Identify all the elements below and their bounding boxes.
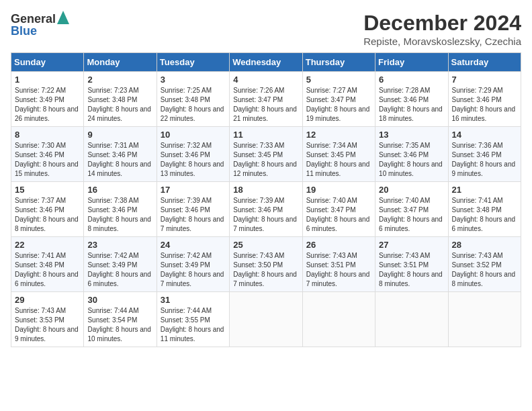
day-number: 16 <box>87 185 152 195</box>
day-number: 14 <box>452 130 517 140</box>
cell-content: Sunrise: 7:35 AM Sunset: 3:46 PM Dayligh… <box>379 141 444 179</box>
cell-content: Sunrise: 7:43 AM Sunset: 3:52 PM Dayligh… <box>452 251 517 289</box>
day-number: 18 <box>233 185 298 195</box>
cell-content: Sunrise: 7:26 AM Sunset: 3:47 PM Dayligh… <box>233 86 298 124</box>
calendar-cell <box>230 292 302 347</box>
cell-content: Sunrise: 7:39 AM Sunset: 3:46 PM Dayligh… <box>161 196 226 234</box>
cell-content: Sunrise: 7:23 AM Sunset: 3:48 PM Dayligh… <box>87 86 152 124</box>
day-number: 9 <box>87 130 152 140</box>
day-number: 10 <box>161 130 226 140</box>
column-header-friday: Friday <box>375 53 448 72</box>
logo: General Blue <box>11 11 69 38</box>
calendar-cell: 19 Sunrise: 7:40 AM Sunset: 3:47 PM Dayl… <box>302 182 375 237</box>
cell-content: Sunrise: 7:40 AM Sunset: 3:47 PM Dayligh… <box>306 196 371 234</box>
calendar-cell: 6 Sunrise: 7:28 AM Sunset: 3:46 PM Dayli… <box>375 72 448 127</box>
calendar-header-row: SundayMondayTuesdayWednesdayThursdayFrid… <box>11 53 521 72</box>
day-number: 8 <box>15 130 80 140</box>
calendar-cell: 9 Sunrise: 7:31 AM Sunset: 3:46 PM Dayli… <box>84 127 157 182</box>
calendar-body: 1 Sunrise: 7:22 AM Sunset: 3:49 PM Dayli… <box>11 72 521 347</box>
day-number: 2 <box>87 75 152 85</box>
day-number: 3 <box>161 75 226 85</box>
calendar-week-1: 1 Sunrise: 7:22 AM Sunset: 3:49 PM Dayli… <box>11 72 521 127</box>
column-header-sunday: Sunday <box>11 53 84 72</box>
day-number: 19 <box>306 185 371 195</box>
cell-content: Sunrise: 7:29 AM Sunset: 3:46 PM Dayligh… <box>452 86 517 124</box>
day-number: 5 <box>306 75 371 85</box>
cell-content: Sunrise: 7:38 AM Sunset: 3:46 PM Dayligh… <box>87 196 152 234</box>
calendar-cell: 18 Sunrise: 7:39 AM Sunset: 3:46 PM Dayl… <box>230 182 302 237</box>
day-number: 29 <box>15 295 80 305</box>
column-header-monday: Monday <box>84 53 157 72</box>
day-number: 30 <box>87 295 152 305</box>
day-number: 7 <box>452 75 517 85</box>
day-number: 6 <box>379 75 444 85</box>
calendar-cell: 20 Sunrise: 7:40 AM Sunset: 3:47 PM Dayl… <box>375 182 448 237</box>
column-header-thursday: Thursday <box>302 53 375 72</box>
cell-content: Sunrise: 7:40 AM Sunset: 3:47 PM Dayligh… <box>379 196 444 234</box>
day-number: 12 <box>306 130 371 140</box>
day-number: 1 <box>15 75 80 85</box>
day-number: 20 <box>379 185 444 195</box>
calendar-week-3: 15 Sunrise: 7:37 AM Sunset: 3:46 PM Dayl… <box>11 182 521 237</box>
calendar-week-2: 8 Sunrise: 7:30 AM Sunset: 3:46 PM Dayli… <box>11 127 521 182</box>
day-number: 17 <box>161 185 226 195</box>
calendar-cell: 23 Sunrise: 7:42 AM Sunset: 3:49 PM Dayl… <box>84 237 157 292</box>
calendar-cell: 11 Sunrise: 7:33 AM Sunset: 3:45 PM Dayl… <box>230 127 302 182</box>
day-number: 24 <box>161 240 226 250</box>
day-number: 31 <box>161 295 226 305</box>
cell-content: Sunrise: 7:44 AM Sunset: 3:55 PM Dayligh… <box>161 306 226 344</box>
cell-content: Sunrise: 7:43 AM Sunset: 3:51 PM Dayligh… <box>306 251 371 289</box>
cell-content: Sunrise: 7:42 AM Sunset: 3:49 PM Dayligh… <box>87 251 152 289</box>
header: General Blue December 2024 Repiste, Mora… <box>11 11 521 47</box>
cell-content: Sunrise: 7:43 AM Sunset: 3:51 PM Dayligh… <box>379 251 444 289</box>
cell-content: Sunrise: 7:37 AM Sunset: 3:46 PM Dayligh… <box>15 196 80 234</box>
day-number: 4 <box>233 75 298 85</box>
calendar-cell: 29 Sunrise: 7:43 AM Sunset: 3:53 PM Dayl… <box>11 292 84 347</box>
day-number: 11 <box>233 130 298 140</box>
day-number: 13 <box>379 130 444 140</box>
calendar-cell: 1 Sunrise: 7:22 AM Sunset: 3:49 PM Dayli… <box>11 72 84 127</box>
cell-content: Sunrise: 7:36 AM Sunset: 3:46 PM Dayligh… <box>452 141 517 179</box>
logo-blue: Blue <box>11 24 37 38</box>
calendar-cell: 17 Sunrise: 7:39 AM Sunset: 3:46 PM Dayl… <box>157 182 229 237</box>
calendar-week-5: 29 Sunrise: 7:43 AM Sunset: 3:53 PM Dayl… <box>11 292 521 347</box>
calendar-cell: 3 Sunrise: 7:25 AM Sunset: 3:48 PM Dayli… <box>157 72 229 127</box>
column-header-tuesday: Tuesday <box>157 53 229 72</box>
cell-content: Sunrise: 7:41 AM Sunset: 3:48 PM Dayligh… <box>15 251 80 289</box>
day-number: 15 <box>15 185 80 195</box>
calendar-cell: 16 Sunrise: 7:38 AM Sunset: 3:46 PM Dayl… <box>84 182 157 237</box>
calendar-table: SundayMondayTuesdayWednesdayThursdayFrid… <box>11 52 521 347</box>
calendar-week-4: 22 Sunrise: 7:41 AM Sunset: 3:48 PM Dayl… <box>11 237 521 292</box>
cell-content: Sunrise: 7:44 AM Sunset: 3:54 PM Dayligh… <box>87 306 152 344</box>
subtitle: Repiste, Moravskoslezsky, Czechia <box>363 36 521 47</box>
cell-content: Sunrise: 7:43 AM Sunset: 3:50 PM Dayligh… <box>233 251 298 289</box>
cell-content: Sunrise: 7:25 AM Sunset: 3:48 PM Dayligh… <box>161 86 226 124</box>
svg-marker-0 <box>57 11 69 24</box>
day-number: 22 <box>15 240 80 250</box>
calendar-cell: 14 Sunrise: 7:36 AM Sunset: 3:46 PM Dayl… <box>448 127 521 182</box>
title-area: December 2024 Repiste, Moravskoslezsky, … <box>363 11 521 47</box>
calendar-cell: 7 Sunrise: 7:29 AM Sunset: 3:46 PM Dayli… <box>448 72 521 127</box>
day-number: 21 <box>452 185 517 195</box>
column-header-saturday: Saturday <box>448 53 521 72</box>
calendar-cell: 15 Sunrise: 7:37 AM Sunset: 3:46 PM Dayl… <box>11 182 84 237</box>
calendar-cell: 28 Sunrise: 7:43 AM Sunset: 3:52 PM Dayl… <box>448 237 521 292</box>
day-number: 25 <box>233 240 298 250</box>
calendar-cell <box>302 292 375 347</box>
cell-content: Sunrise: 7:39 AM Sunset: 3:46 PM Dayligh… <box>233 196 298 234</box>
calendar-cell <box>448 292 521 347</box>
cell-content: Sunrise: 7:32 AM Sunset: 3:46 PM Dayligh… <box>161 141 226 179</box>
calendar-cell <box>375 292 448 347</box>
calendar-cell: 4 Sunrise: 7:26 AM Sunset: 3:47 PM Dayli… <box>230 72 302 127</box>
column-header-wednesday: Wednesday <box>230 53 302 72</box>
calendar-cell: 31 Sunrise: 7:44 AM Sunset: 3:55 PM Dayl… <box>157 292 229 347</box>
calendar-cell: 8 Sunrise: 7:30 AM Sunset: 3:46 PM Dayli… <box>11 127 84 182</box>
cell-content: Sunrise: 7:27 AM Sunset: 3:47 PM Dayligh… <box>306 86 371 124</box>
cell-content: Sunrise: 7:34 AM Sunset: 3:45 PM Dayligh… <box>306 141 371 179</box>
calendar-cell: 25 Sunrise: 7:43 AM Sunset: 3:50 PM Dayl… <box>230 237 302 292</box>
calendar-cell: 22 Sunrise: 7:41 AM Sunset: 3:48 PM Dayl… <box>11 237 84 292</box>
cell-content: Sunrise: 7:43 AM Sunset: 3:53 PM Dayligh… <box>15 306 80 344</box>
cell-content: Sunrise: 7:41 AM Sunset: 3:48 PM Dayligh… <box>452 196 517 234</box>
cell-content: Sunrise: 7:31 AM Sunset: 3:46 PM Dayligh… <box>87 141 152 179</box>
cell-content: Sunrise: 7:30 AM Sunset: 3:46 PM Dayligh… <box>15 141 80 179</box>
